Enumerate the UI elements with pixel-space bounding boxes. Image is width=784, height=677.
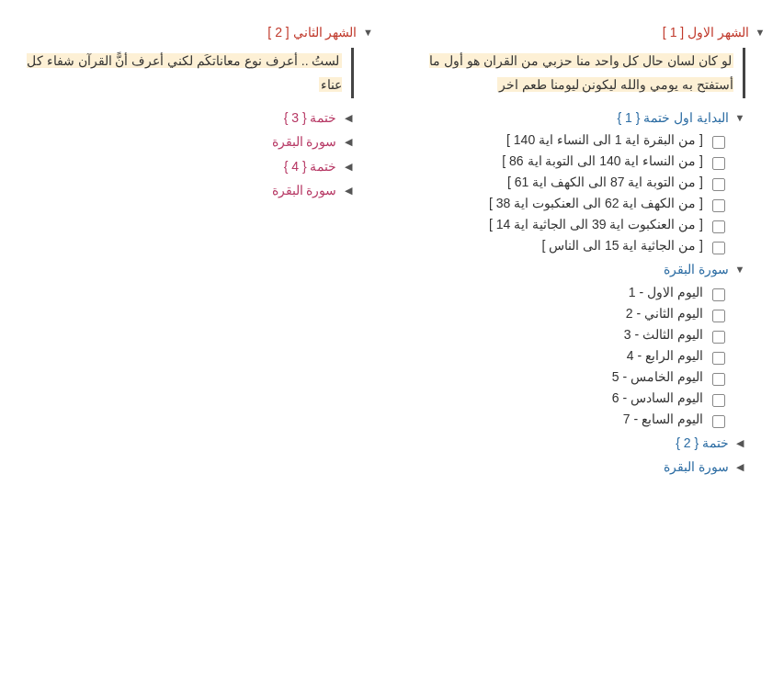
section-khatma-3-title[interactable]: ختمة { 3 } [18, 107, 337, 128]
month-2-quote: لستُ .. أعرف نوع معاناتكَم لكني أعرف أنً… [18, 48, 354, 97]
caret-right-icon[interactable]: ◀ [343, 156, 354, 175]
section-khatma-2-title[interactable]: ختمة { 2 } [411, 433, 730, 453]
column-month-1: ▼ الشهر الاول [ 1 ] لو كان لسان حال كل و… [411, 18, 767, 480]
caret-down-icon[interactable]: ▼ [734, 107, 745, 127]
caret-right-icon[interactable]: ◀ [734, 457, 745, 476]
list-item[interactable]: اليوم الثالث - 3 [411, 327, 726, 344]
list-item-label: اليوم السابع - 7 [411, 412, 704, 426]
checkbox-icon[interactable] [712, 199, 725, 212]
list-item-label: اليوم السادس - 6 [411, 390, 704, 405]
list-item[interactable]: اليوم السابع - 7 [411, 412, 726, 428]
month-1-quote: لو كان لسان حال كل واحد منا حزبي من القر… [411, 48, 746, 97]
section-baqara-2-title[interactable]: سورة البقرة [411, 457, 730, 477]
list-item[interactable]: [ من الجاثية اية 15 الى الناس ] [411, 238, 726, 254]
checkbox-icon[interactable] [712, 352, 725, 365]
checkbox-icon[interactable] [712, 373, 725, 386]
checkbox-icon[interactable] [712, 220, 725, 233]
list-item[interactable]: [ من الكهف اية 62 الى العنكبوت اية 38 ] [411, 196, 726, 212]
list-item[interactable]: اليوم السادس - 6 [411, 390, 726, 407]
list-item[interactable]: [ من التوبة اية 87 الى الكهف اية 61 ] [411, 175, 726, 191]
list-item-label: [ من التوبة اية 87 الى الكهف اية 61 ] [411, 175, 704, 189]
caret-right-icon[interactable]: ◀ [343, 180, 354, 199]
list-item[interactable]: اليوم الرابع - 4 [411, 348, 726, 365]
list-item[interactable]: اليوم الخامس - 5 [411, 369, 726, 386]
list-item[interactable]: [ من النساء اية 140 الى التوبة اية 86 ] [411, 153, 726, 170]
section-khatma-1-title[interactable]: البداية اول ختمة { 1 } [411, 107, 730, 128]
list-item-label: [ من الكهف اية 62 الى العنكبوت اية 38 ] [411, 196, 704, 210]
caret-down-icon[interactable]: ▼ [755, 22, 766, 41]
section-baqara-3-title[interactable]: سورة البقرة [18, 131, 337, 152]
checkbox-icon[interactable] [712, 394, 725, 407]
checkbox-icon[interactable] [712, 178, 725, 191]
list-item-label: اليوم الثالث - 3 [411, 327, 704, 342]
list-item[interactable]: اليوم الثاني - 2 [411, 306, 726, 322]
list-item[interactable]: [ من البقرة اية 1 الى النساء اية 140 ] [411, 132, 726, 149]
list-item[interactable]: [ من العنكبوت اية 39 الى الجاثية اية 14 … [411, 217, 726, 233]
checkbox-icon[interactable] [712, 415, 725, 428]
caret-down-icon[interactable]: ▼ [734, 259, 745, 278]
column-month-2: ▼ الشهر الثاني [ 2 ] لستُ .. أعرف نوع مع… [18, 18, 374, 204]
list-item-label: [ من النساء اية 140 الى التوبة اية 86 ] [411, 153, 704, 168]
list-item-label: اليوم الخامس - 5 [411, 369, 704, 384]
checkbox-icon[interactable] [712, 242, 725, 254]
list-item-label: اليوم الاول - 1 [411, 285, 704, 299]
section-baqara-4-title[interactable]: سورة البقرة [18, 180, 337, 200]
caret-down-icon[interactable]: ▼ [363, 22, 374, 41]
section-khatma-4-title[interactable]: ختمة { 4 } [18, 156, 337, 176]
checkbox-icon[interactable] [712, 310, 725, 322]
list-item-label: [ من البقرة اية 1 الى النساء اية 140 ] [411, 132, 704, 147]
checkbox-icon[interactable] [712, 136, 725, 149]
checkbox-icon[interactable] [712, 157, 725, 170]
month-2-title[interactable]: الشهر الثاني [ 2 ] [18, 22, 358, 42]
list-item[interactable]: اليوم الاول - 1 [411, 285, 726, 301]
caret-right-icon[interactable]: ◀ [343, 107, 354, 127]
section-baqara-title[interactable]: سورة البقرة [411, 259, 730, 279]
month-1-title[interactable]: الشهر الاول [ 1 ] [411, 22, 750, 42]
checkbox-icon[interactable] [712, 288, 725, 301]
caret-right-icon[interactable]: ◀ [734, 433, 745, 452]
list-item-label: [ من العنكبوت اية 39 الى الجاثية اية 14 … [411, 217, 704, 231]
caret-right-icon[interactable]: ◀ [343, 131, 354, 151]
list-item-label: اليوم الرابع - 4 [411, 348, 704, 363]
list-item-label: اليوم الثاني - 2 [411, 306, 704, 321]
quote-text: لو كان لسان حال كل واحد منا حزبي من القر… [429, 53, 733, 91]
list-item-label: [ من الجاثية اية 15 الى الناس ] [411, 238, 704, 253]
quote-text: لستُ .. أعرف نوع معاناتكَم لكني أعرف أنً… [27, 53, 342, 91]
checkbox-icon[interactable] [712, 331, 725, 344]
